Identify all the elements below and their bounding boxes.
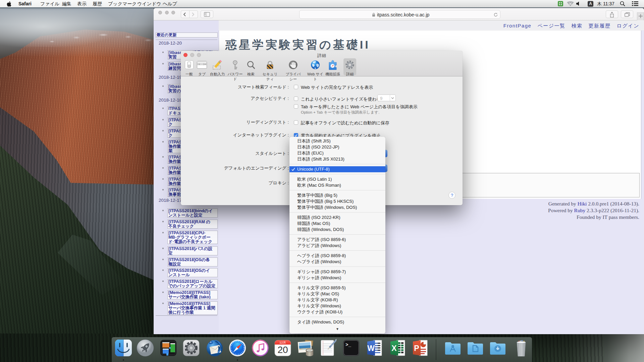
svg-text:20: 20 bbox=[277, 345, 288, 355]
svg-text:12月: 12月 bbox=[279, 341, 286, 344]
svg-text:X: X bbox=[391, 344, 397, 353]
svg-text:W: W bbox=[367, 344, 375, 353]
svg-text:P: P bbox=[414, 344, 419, 353]
svg-text:>_: >_ bbox=[345, 342, 351, 348]
